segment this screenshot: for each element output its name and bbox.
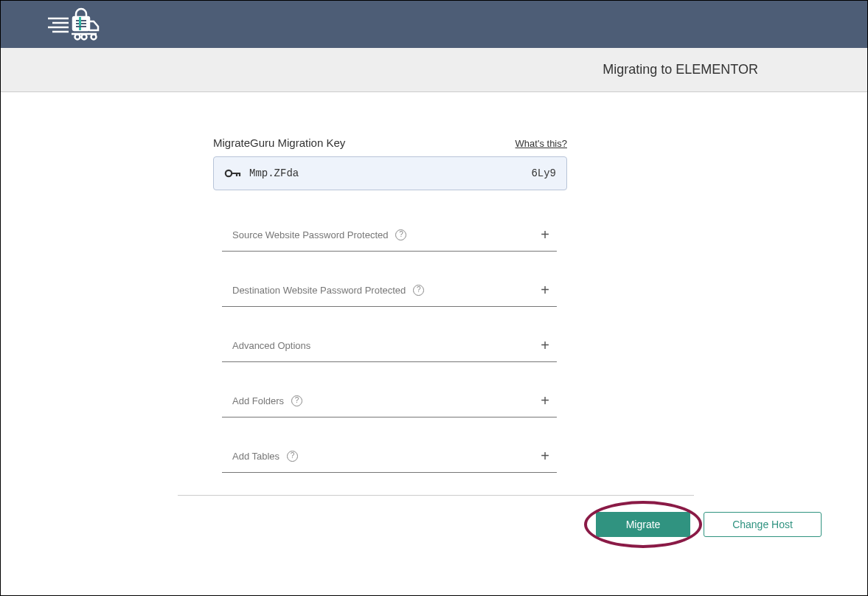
svg-point-8 <box>82 35 87 40</box>
expand-plus-icon: + <box>541 282 549 299</box>
section-label: Add Folders <box>232 395 284 406</box>
section-label: Destination Website Password Protected <box>232 285 406 296</box>
key-icon <box>224 168 242 179</box>
expand-plus-icon: + <box>541 337 549 354</box>
footer-actions: Migrate Change Host <box>1 512 867 537</box>
section-destination-password[interactable]: Destination Website Password Protected ?… <box>222 274 557 307</box>
expandable-sections: Source Website Password Protected ? + De… <box>222 218 557 473</box>
section-label: Add Tables <box>232 451 280 462</box>
logo-truck-icon <box>23 7 101 41</box>
section-advanced-options[interactable]: Advanced Options + <box>222 329 557 362</box>
expand-plus-icon: + <box>541 392 549 409</box>
section-label: Advanced Options <box>232 340 310 351</box>
change-host-button[interactable]: Change Host <box>704 512 822 537</box>
help-icon[interactable]: ? <box>291 395 302 406</box>
migrate-button[interactable]: Migrate <box>596 512 690 537</box>
top-navbar <box>1 1 867 48</box>
content-area: MigrateGuru Migration Key What's this? M… <box>1 92 867 537</box>
svg-rect-4 <box>79 17 81 30</box>
svg-point-7 <box>75 35 80 40</box>
help-icon[interactable]: ? <box>287 451 298 462</box>
migration-key-value-end: 6Ly9 <box>531 167 556 179</box>
subheader-bar: Migrating to ELEMENTOR <box>1 48 867 92</box>
svg-point-9 <box>91 35 97 40</box>
expand-plus-icon: + <box>541 226 549 243</box>
footer-divider <box>178 495 694 496</box>
section-label: Source Website Password Protected <box>232 229 388 240</box>
migration-key-label: MigrateGuru Migration Key <box>213 136 345 149</box>
migration-key-value-start: Mmp.ZFda <box>249 167 299 179</box>
section-source-password[interactable]: Source Website Password Protected ? + <box>222 218 557 252</box>
section-add-tables[interactable]: Add Tables ? + <box>222 440 557 473</box>
help-icon[interactable]: ? <box>395 229 406 240</box>
section-add-folders[interactable]: Add Folders ? + <box>222 384 557 417</box>
subheader-title: Migrating to ELEMENTOR <box>603 62 758 77</box>
help-icon[interactable]: ? <box>413 285 424 296</box>
migration-key-input[interactable]: Mmp.ZFda 6Ly9 <box>213 156 567 190</box>
expand-plus-icon: + <box>541 448 549 465</box>
whats-this-link[interactable]: What's this? <box>515 138 567 149</box>
svg-point-14 <box>226 170 232 176</box>
